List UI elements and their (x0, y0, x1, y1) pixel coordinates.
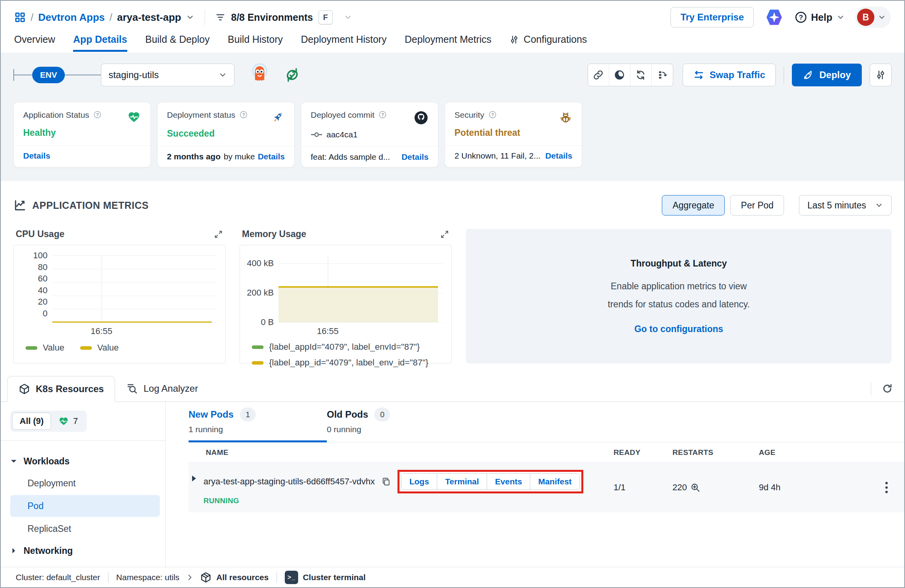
column-ready: READY (614, 448, 672, 457)
annotation-highlight-box: Logs Terminal Events Manifest (398, 470, 583, 493)
environments-chevron-icon (344, 13, 352, 22)
tab-new-pods[interactable]: New Pods 1 1 running (189, 407, 327, 442)
sidebar-item-replicaset[interactable]: ReplicaSet (10, 518, 160, 540)
sparkle-ai-icon[interactable] (764, 7, 784, 27)
tab-build-deploy[interactable]: Build & Deploy (145, 34, 210, 52)
go-to-configurations-link[interactable]: Go to configurations (634, 324, 723, 334)
deployment-settings-button[interactable] (870, 64, 892, 86)
cpu-x-axis: 16:55 (52, 322, 216, 336)
filter-all-chip[interactable]: All (9) (12, 413, 51, 430)
sidebar-group-networking[interactable]: Networking (10, 541, 160, 561)
sidebar-item-pod[interactable]: Pod (10, 495, 160, 517)
rollout-restart-icon[interactable] (652, 64, 673, 86)
tab-k8s-resources[interactable]: K8s Resources (7, 376, 115, 402)
expand-icon[interactable] (440, 230, 449, 239)
environment-keycap-badge: F (319, 10, 333, 24)
copy-icon[interactable] (381, 477, 391, 487)
cluster-status-bar: Cluster: default_cluster Namespace: util… (1, 567, 904, 587)
breadcrumb-devtron-apps[interactable]: Devtron Apps (38, 11, 105, 24)
per-pod-toggle[interactable]: Per Pod (730, 195, 784, 215)
help-label: Help (811, 12, 832, 23)
hibernate-icon[interactable] (609, 64, 630, 86)
events-button[interactable]: Events (487, 474, 530, 489)
link-icon[interactable] (588, 64, 609, 86)
sidebar-group-workloads[interactable]: Workloads (10, 451, 160, 471)
tab-old-pods[interactable]: Old Pods 0 0 running (327, 407, 465, 442)
swap-traffic-button[interactable]: Swap Traffic (683, 64, 776, 86)
heart-pulse-icon (127, 110, 141, 124)
tab-build-history[interactable]: Build History (228, 34, 283, 52)
networking-label: Networking (24, 546, 73, 556)
column-name: NAME (189, 448, 614, 457)
deploy-button[interactable]: Deploy (792, 64, 862, 86)
sync-status-icon[interactable] (283, 66, 301, 84)
aggregate-toggle[interactable]: Aggregate (662, 195, 725, 215)
tab-deployment-history[interactable]: Deployment History (301, 34, 387, 52)
new-pods-running: 1 running (189, 425, 327, 434)
env-line (65, 75, 101, 75)
action-divider (784, 67, 784, 83)
terminal-icon: >_ (285, 571, 298, 584)
memory-plot-area (278, 256, 443, 322)
svg-text:?: ? (242, 112, 245, 117)
application-details-link[interactable]: Details (23, 151, 50, 161)
memory-usage-chart: Memory Usage 400 kB 200 kB 0 B (240, 229, 452, 363)
memory-y-axis: 400 kB 200 kB 0 B (244, 256, 278, 322)
help-menu[interactable]: ? Help (795, 11, 845, 24)
expand-row-caret-icon[interactable] (191, 475, 197, 482)
pod-name[interactable]: arya-test-app-staging-utils-6d66ff5457-v… (203, 477, 375, 487)
tab-app-details[interactable]: App Details (73, 34, 127, 52)
environments-count-label: 8/8 Environments (231, 12, 313, 23)
app-switch-chevron-icon[interactable] (186, 13, 194, 22)
env-line (14, 75, 32, 75)
deployment-rocket-icon (271, 110, 285, 124)
environments-selector[interactable]: 8/8 Environments F (215, 10, 352, 24)
filter-healthy-chip[interactable]: 7 (51, 416, 85, 426)
tab-configurations[interactable]: Configurations (509, 34, 587, 52)
deployment-details-link[interactable]: Details (258, 152, 285, 161)
time-range-dropdown[interactable]: Last 5 minutes (799, 195, 892, 215)
header-right: Try Enterprise ? Help B (671, 7, 891, 28)
pod-age: 9d 4h (759, 482, 869, 493)
column-age: AGE (759, 448, 869, 457)
refresh-icon[interactable] (630, 64, 652, 86)
tab-log-analyzer[interactable]: Log Analyzer (115, 376, 209, 402)
healthy-count: 7 (73, 416, 78, 426)
memory-chart-title: Memory Usage (242, 229, 306, 239)
caret-right-icon (10, 547, 17, 554)
try-enterprise-button[interactable]: Try Enterprise (671, 7, 753, 27)
help-circle-icon: ? (93, 110, 102, 119)
security-details-link[interactable]: Details (545, 151, 572, 161)
restarts-zoom-icon[interactable] (690, 482, 700, 493)
commit-icon (311, 131, 322, 139)
tab-deployment-metrics[interactable]: Deployment Metrics (405, 34, 491, 52)
expand-icon[interactable] (214, 230, 223, 239)
env-pill: ENV (32, 67, 65, 83)
commit-details-link[interactable]: Details (401, 152, 429, 162)
sidebar-item-deployment[interactable]: Deployment (10, 472, 160, 494)
application-metrics-section: APPLICATION METRICS Aggregate Per Pod La… (1, 181, 904, 363)
terminal-button[interactable]: Terminal (437, 474, 487, 489)
github-icon (414, 110, 429, 125)
refresh-resources-icon[interactable] (881, 383, 893, 394)
apps-grid-icon[interactable] (14, 11, 26, 23)
row-menu-kebab-icon[interactable] (885, 481, 889, 494)
commit-id[interactable]: aac4ca1 (326, 130, 357, 139)
all-resources-link[interactable]: All resources (200, 572, 269, 583)
cube-icon (18, 383, 30, 395)
environment-dropdown[interactable]: staging-utils (101, 64, 234, 86)
tab-overview[interactable]: Overview (14, 34, 55, 52)
workloads-label: Workloads (24, 456, 70, 467)
cluster-terminal-link[interactable]: >_ Cluster terminal (285, 571, 366, 584)
resources-cube-icon (200, 572, 212, 583)
commit-message: feat: Adds sample d... (311, 152, 390, 162)
app-details-page: / Devtron Apps / arya-test-app 8/8 Envir… (0, 0, 905, 588)
sliders-icon (509, 35, 519, 44)
svg-text:?: ? (799, 13, 803, 21)
logs-button[interactable]: Logs (401, 474, 437, 489)
deployed-commit-title: Deployed commit (311, 110, 374, 120)
memory-series-area (278, 286, 438, 322)
manifest-button[interactable]: Manifest (530, 474, 579, 489)
user-menu[interactable]: B (855, 7, 891, 28)
environment-section: ENV staging-utils (1, 53, 904, 181)
